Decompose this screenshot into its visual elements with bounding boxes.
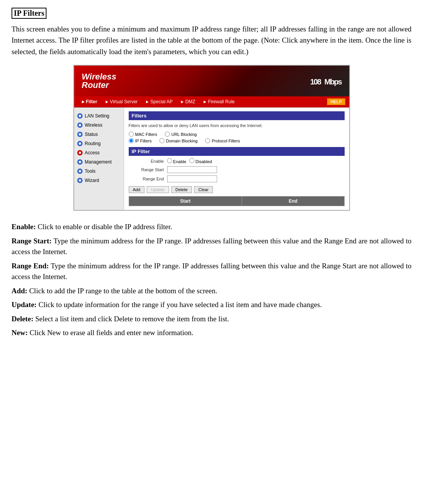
nav-filter[interactable]: Filter — [78, 98, 101, 106]
sidebar-label-wireless: Wireless — [85, 122, 103, 128]
sidebar-label-management: Management — [85, 159, 112, 165]
range-end-input[interactable] — [167, 175, 217, 182]
ip-filters-option[interactable]: IP Filters — [129, 138, 152, 143]
sidebar-item-wireless[interactable]: Wireless — [74, 121, 124, 130]
term-range-end: Range End: — [12, 262, 49, 270]
term-new: New: — [12, 329, 28, 337]
range-end-value — [167, 175, 217, 182]
table-header-start: Start — [129, 197, 242, 206]
router-screenshot: Wireless Router 108 Mbps Filter Virtual … — [73, 65, 350, 211]
update-button[interactable]: Update — [147, 186, 169, 193]
action-buttons: Add Update Delete Clear — [129, 186, 345, 193]
page-title: IP Filters — [12, 8, 46, 19]
add-button[interactable]: Add — [129, 186, 145, 193]
term-range-start: Range Start: — [12, 237, 51, 245]
desc-enable-text: Click to enable or disable the IP addres… — [38, 223, 172, 231]
sidebar-item-lan-setting[interactable]: LAN Setting — [74, 111, 124, 121]
desc-range-end-text: Type the minimum address for the IP rang… — [12, 262, 411, 281]
enable-row: Enable Enable Disabled — [129, 158, 345, 164]
nav-firewall-rule[interactable]: Firewall Rule — [200, 98, 238, 106]
desc-range-start: Range Start: Type the minimum address fo… — [12, 236, 411, 258]
main-panel: Filters Filters are used to allow or den… — [124, 107, 349, 210]
nav-help[interactable]: HELP — [327, 98, 345, 105]
sidebar-label-routing: Routing — [85, 141, 101, 146]
sidebar-label-lan-setting: LAN Setting — [85, 113, 109, 119]
router-logo: Wireless Router — [82, 73, 116, 89]
term-delete: Delete: — [12, 315, 33, 323]
mac-filters-radio[interactable] — [129, 132, 134, 137]
sidebar-dot — [77, 113, 83, 119]
results-table: Start End — [129, 196, 345, 206]
filter-row-2: IP Filters Domain Blocking Protocol Filt… — [129, 138, 345, 143]
desc-add: Add: Click to add the IP range to the ta… — [12, 286, 411, 297]
filters-description: Filters are used to allow or deny LAN us… — [129, 122, 345, 129]
range-start-label: Range Start — [129, 167, 167, 172]
sidebar-item-management[interactable]: Management — [74, 157, 124, 167]
desc-range-start-text: Type the minimum address for the IP rang… — [12, 237, 411, 256]
enable-value: Enable Disabled — [167, 158, 212, 164]
desc-enable: Enable: Click to enable or disable the I… — [12, 221, 411, 233]
sidebar-dot — [77, 132, 83, 137]
enable-disabled-option[interactable]: Disabled — [189, 158, 212, 164]
range-start-input[interactable] — [167, 166, 217, 173]
range-start-value — [167, 166, 217, 173]
sidebar-dot-access — [77, 150, 83, 155]
filter-row-1: MAC Filters URL Blocking — [129, 132, 345, 137]
term-add: Add: — [12, 287, 27, 295]
desc-delete: Delete: Select a list item and click Del… — [12, 314, 411, 325]
desc-update: Update: Click to update information for … — [12, 299, 411, 311]
sidebar-label-access: Access — [85, 150, 100, 155]
mac-filters-option[interactable]: MAC Filters — [129, 132, 157, 137]
protocol-filters-radio[interactable] — [205, 138, 210, 143]
ip-filter-header: IP Filter — [129, 147, 345, 156]
sidebar-label-status: Status — [85, 132, 98, 137]
nav-special-ap[interactable]: Special AP — [142, 98, 176, 106]
sidebar-item-access[interactable]: Access — [74, 148, 124, 157]
ip-filters-radio[interactable] — [129, 138, 134, 143]
router-speed: 108 Mbps — [310, 72, 341, 90]
url-blocking-radio[interactable] — [165, 132, 170, 137]
term-enable: Enable: — [12, 223, 36, 231]
ip-filter-section: IP Filter Enable Enable Disabled — [129, 147, 345, 206]
delete-button[interactable]: Delete — [171, 186, 192, 193]
enable-disabled-radio[interactable] — [189, 158, 194, 163]
nav-dmz[interactable]: DMZ — [177, 98, 199, 106]
desc-new-text: Click New to erase all fields and enter … — [30, 329, 193, 337]
intro-paragraph: This screen enables you to define a mini… — [12, 23, 411, 57]
domain-blocking-radio[interactable] — [159, 138, 164, 143]
sidebar-dot — [77, 141, 83, 146]
desc-new: New: Click New to erase all fields and e… — [12, 327, 411, 339]
table-header-end: End — [242, 197, 344, 206]
sidebar-dot — [77, 122, 83, 128]
enable-label: Enable — [129, 159, 167, 164]
sidebar-dot — [77, 178, 83, 183]
clear-button[interactable]: Clear — [194, 186, 212, 193]
desc-range-end: Range End: Type the minimum address for … — [12, 261, 411, 283]
sidebar: LAN Setting Wireless Status Routing Acce… — [74, 107, 124, 210]
sidebar-item-routing[interactable]: Routing — [74, 139, 124, 148]
url-blocking-option[interactable]: URL Blocking — [165, 132, 197, 137]
router-body: LAN Setting Wireless Status Routing Acce… — [74, 107, 349, 210]
logo-line1: Wireless — [82, 73, 116, 81]
router-navbar: Filter Virtual Server Special AP DMZ Fir… — [74, 96, 349, 107]
desc-update-text: Click to update information for the rang… — [38, 301, 322, 309]
speed-unit: Mbps — [324, 78, 341, 86]
filters-header: Filters — [129, 111, 345, 120]
enable-enable-option[interactable]: Enable — [167, 158, 186, 164]
sidebar-item-wizard[interactable]: Wizard — [74, 176, 124, 185]
term-update: Update: — [12, 301, 36, 309]
desc-add-text: Click to add the IP range to the table a… — [29, 287, 217, 295]
domain-blocking-option[interactable]: Domain Blocking — [159, 138, 198, 143]
router-header: Wireless Router 108 Mbps — [74, 66, 349, 96]
filter-options: MAC Filters URL Blocking IP Filters Doma… — [129, 132, 345, 143]
nav-virtual-server[interactable]: Virtual Server — [102, 98, 141, 106]
protocol-filters-option[interactable]: Protocol Filters — [205, 138, 240, 143]
sidebar-item-tools[interactable]: Tools — [74, 167, 124, 176]
range-start-row: Range Start — [129, 166, 345, 173]
sidebar-label-tools: Tools — [85, 169, 96, 174]
logo-line2: Router — [82, 81, 116, 89]
sidebar-dot — [77, 159, 83, 165]
sidebar-item-status[interactable]: Status — [74, 130, 124, 139]
enable-enable-radio[interactable] — [167, 158, 172, 163]
desc-delete-text: Select a list item and click Delete to r… — [35, 315, 229, 323]
